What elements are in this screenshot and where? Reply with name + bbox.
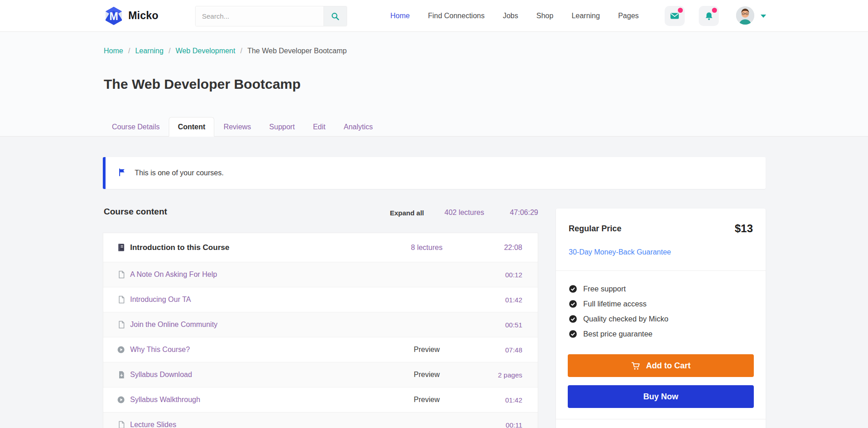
check-circle-icon bbox=[569, 330, 577, 338]
feature-item: Full lifetime access bbox=[569, 298, 753, 310]
file-arrow-down-icon bbox=[117, 371, 125, 379]
check-circle-icon bbox=[569, 315, 577, 323]
tab-analytics[interactable]: Analytics bbox=[334, 117, 382, 137]
bell-icon bbox=[704, 11, 714, 21]
file-icon bbox=[117, 270, 125, 279]
flag-icon bbox=[118, 168, 126, 178]
breadcrumb-home[interactable]: Home bbox=[104, 47, 123, 55]
play-circle-icon bbox=[117, 396, 125, 404]
section-header-row[interactable]: Introduction to this Course 8 lectures 2… bbox=[103, 233, 538, 262]
breadcrumb-web-development[interactable]: Web Development bbox=[176, 47, 235, 55]
file-icon bbox=[117, 296, 125, 304]
purchase-card: Regular Price $13 30-Day Money-Back Guar… bbox=[556, 209, 766, 428]
feature-text: Quality checked by Micko bbox=[583, 315, 668, 323]
user-avatar[interactable] bbox=[736, 6, 754, 25]
section-title: Introduction to this Course bbox=[130, 243, 386, 252]
lecture-title-link[interactable]: Introducing Our TA bbox=[130, 296, 386, 304]
lecture-row: Syllabus Download Preview 2 pages bbox=[103, 362, 538, 387]
top-navbar: M Micko Home Find Connections Jobs Shop … bbox=[0, 0, 868, 32]
total-lectures: 402 lectures bbox=[444, 209, 484, 217]
breadcrumb-separator: / bbox=[128, 47, 130, 55]
envelope-icon bbox=[670, 11, 680, 21]
lecture-row: Lecture Slides 00:11 bbox=[103, 412, 538, 428]
nav-link-jobs[interactable]: Jobs bbox=[503, 12, 518, 20]
tab-content[interactable]: Content bbox=[169, 117, 214, 137]
search-input[interactable] bbox=[196, 6, 323, 26]
lecture-row: Introducing Our TA 01:42 bbox=[103, 287, 538, 312]
preview-label[interactable]: Preview bbox=[386, 396, 468, 404]
lecture-row: Why This Course? Preview 07:48 bbox=[103, 337, 538, 362]
feature-item: Best price guarantee bbox=[569, 328, 753, 340]
owner-course-alert: This is one of your courses. bbox=[103, 157, 766, 189]
messages-badge bbox=[678, 8, 683, 13]
search-button[interactable] bbox=[323, 6, 347, 26]
lecture-row: Syllabus Walkthrough Preview 01:42 bbox=[103, 387, 538, 412]
feature-text: Free support bbox=[583, 285, 626, 293]
file-icon bbox=[117, 321, 125, 329]
nav-link-learning[interactable]: Learning bbox=[571, 12, 600, 20]
play-circle-icon bbox=[117, 346, 125, 354]
nav-link-shop[interactable]: Shop bbox=[536, 12, 553, 20]
lecture-title-link[interactable]: Join the Online Community bbox=[130, 321, 386, 329]
buy-now-button[interactable]: Buy Now bbox=[568, 385, 754, 408]
micko-logo-icon[interactable]: M bbox=[104, 6, 123, 26]
lecture-title-link[interactable]: Lecture Slides bbox=[130, 421, 386, 428]
lecture-duration: 07:48 bbox=[468, 346, 522, 354]
nav-link-find-connections[interactable]: Find Connections bbox=[428, 12, 485, 20]
profile-chevron-down-icon[interactable] bbox=[761, 15, 766, 18]
preview-label[interactable]: Preview bbox=[386, 371, 468, 379]
price-section: Regular Price $13 30-Day Money-Back Guar… bbox=[556, 209, 766, 271]
lecture-duration: 01:42 bbox=[468, 296, 522, 304]
add-to-cart-button[interactable]: Add to Cart bbox=[568, 354, 754, 377]
expand-all-button[interactable]: Expand all bbox=[390, 209, 424, 217]
shopping-cart-icon bbox=[631, 361, 641, 371]
course-content-header: Course content Expand all 402 lectures 4… bbox=[103, 205, 538, 223]
lecture-title-link[interactable]: Syllabus Download bbox=[130, 371, 386, 379]
breadcrumb-current: The Web Developer Bootcamp bbox=[247, 47, 347, 55]
lecture-title-link[interactable]: A Note On Asking For Help bbox=[130, 270, 386, 279]
breadcrumb-separator: / bbox=[240, 47, 242, 55]
money-back-guarantee-link[interactable]: 30-Day Money-Back Guarantee bbox=[569, 248, 753, 257]
lecture-row: A Note On Asking For Help 00:12 bbox=[103, 262, 538, 287]
check-circle-icon bbox=[569, 300, 577, 308]
course-content-heading: Course content bbox=[104, 207, 167, 217]
brand-name[interactable]: Micko bbox=[128, 0, 158, 31]
page-title: The Web Developer Bootcamp bbox=[104, 76, 301, 92]
lecture-title-link[interactable]: Why This Course? bbox=[130, 346, 386, 354]
lecture-duration: 00:51 bbox=[468, 321, 522, 329]
feature-item: Free support bbox=[569, 283, 753, 295]
notifications-badge bbox=[712, 8, 717, 13]
tab-support[interactable]: Support bbox=[260, 117, 304, 137]
preview-label[interactable]: Preview bbox=[386, 346, 468, 354]
messages-button[interactable] bbox=[665, 6, 685, 26]
course-tabs: Course Details Content Reviews Support E… bbox=[103, 117, 382, 137]
file-icon bbox=[117, 421, 125, 428]
lecture-list: Introduction to this Course 8 lectures 2… bbox=[103, 233, 538, 428]
breadcrumb: Home/Learning/Web Development/The Web De… bbox=[104, 46, 347, 56]
nav-link-home[interactable]: Home bbox=[390, 12, 410, 20]
svg-text:M: M bbox=[109, 10, 118, 22]
price-label: Regular Price bbox=[569, 224, 621, 234]
section-duration: 22:08 bbox=[468, 244, 522, 252]
search-icon bbox=[331, 12, 340, 21]
total-duration: 47:06:29 bbox=[510, 209, 538, 217]
nav-link-pages[interactable]: Pages bbox=[618, 12, 639, 20]
check-circle-icon bbox=[569, 285, 577, 293]
feature-text: Best price guarantee bbox=[583, 330, 652, 338]
page-header-band: Home/Learning/Web Development/The Web De… bbox=[0, 31, 868, 137]
tab-course-details[interactable]: Course Details bbox=[103, 117, 169, 137]
search-box bbox=[195, 6, 347, 26]
breadcrumb-separator: / bbox=[168, 47, 170, 55]
feature-text: Full lifetime access bbox=[583, 300, 646, 308]
alert-message: This is one of your courses. bbox=[135, 169, 224, 177]
tab-edit[interactable]: Edit bbox=[304, 117, 335, 137]
section-lecture-count: 8 lectures bbox=[386, 244, 468, 252]
breadcrumb-learning[interactable]: Learning bbox=[135, 47, 163, 55]
lecture-duration: 00:12 bbox=[468, 271, 522, 279]
price-value: $13 bbox=[735, 222, 753, 235]
book-icon bbox=[117, 243, 125, 252]
notifications-button[interactable] bbox=[699, 6, 719, 26]
tab-reviews[interactable]: Reviews bbox=[214, 117, 260, 137]
lecture-duration: 2 pages bbox=[468, 371, 522, 379]
lecture-title-link[interactable]: Syllabus Walkthrough bbox=[130, 396, 386, 404]
